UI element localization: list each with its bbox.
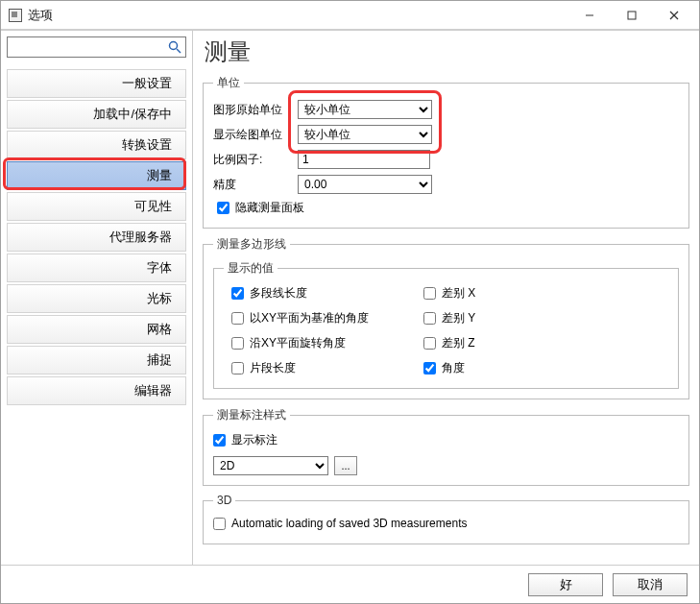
segment-len-row[interactable]: 片段长度 [231, 357, 423, 378]
three-d-group: 3D Automatic loading of saved 3D measure… [203, 494, 689, 544]
sidebar-nav: 一般设置加载中/保存中转换设置测量可见性代理服务器字体光标网格捕捉编辑器 [1, 60, 192, 565]
diff-z-checkbox[interactable] [423, 337, 436, 350]
search-icon[interactable] [167, 39, 182, 55]
display-units-select[interactable]: 较小单位 [298, 125, 432, 144]
search-input[interactable] [11, 38, 167, 56]
segment-len-label: 片段长度 [250, 360, 296, 376]
diff-y-checkbox[interactable] [423, 312, 436, 325]
options-window: 选项 一般设置加载中/保存中转换设置测量可见性代理服务器字体光标网格捕捉编辑器 [0, 0, 700, 604]
ok-button[interactable]: 好 [528, 573, 603, 596]
units-legend: 单位 [213, 75, 244, 91]
sidebar-item-3[interactable]: 测量 [7, 161, 186, 190]
sidebar-item-9[interactable]: 捕捉 [7, 346, 186, 374]
annotation-group: 测量标注样式 显示标注 2D ... [203, 407, 689, 486]
autoload-3d-row[interactable]: Automatic loading of saved 3D measuremen… [213, 513, 467, 534]
show-annotation-label: 显示标注 [231, 432, 278, 448]
annotation-more-button[interactable]: ... [334, 456, 357, 475]
hide-panel-checkbox[interactable] [217, 202, 229, 214]
show-annotation-checkbox[interactable] [213, 434, 226, 447]
scale-factor-label: 比例因子: [213, 152, 298, 168]
rot-xy-angle-label: 沿XY平面旋转角度 [250, 335, 346, 351]
titlebar: 选项 [1, 1, 699, 30]
sidebar-item-8[interactable]: 网格 [7, 315, 186, 344]
svg-point-4 [170, 42, 178, 50]
diff-y-row[interactable]: 差别 Y [423, 307, 558, 328]
sidebar: 一般设置加载中/保存中转换设置测量可见性代理服务器字体光标网格捕捉编辑器 [1, 31, 193, 565]
sidebar-item-5[interactable]: 代理服务器 [7, 223, 186, 252]
xy-angle-checkbox[interactable] [231, 312, 244, 325]
polyline-values-group: 显示的值 多段线长度 差别 X 以XY平面为基准的角度 差别 Y 沿XY平面旋转… [213, 260, 679, 389]
multiseg-len-checkbox[interactable] [231, 287, 244, 300]
polyline-values-legend: 显示的值 [224, 260, 278, 277]
precision-label: 精度 [213, 177, 298, 193]
precision-select[interactable]: 0.00 [298, 175, 432, 194]
svg-line-5 [177, 49, 181, 53]
hide-panel-checkbox-row[interactable]: 隐藏测量面板 [217, 197, 304, 218]
sidebar-item-2[interactable]: 转换设置 [7, 131, 186, 159]
annotation-legend: 测量标注样式 [213, 407, 290, 423]
angle-label: 角度 [442, 360, 465, 376]
main-panel: 测量 单位 图形原始单位 较小单位 显示绘图单位 较小单位 比例因子: 精度 [193, 31, 699, 565]
content: 一般设置加载中/保存中转换设置测量可见性代理服务器字体光标网格捕捉编辑器 测量 … [1, 30, 699, 565]
multiseg-len-label: 多段线长度 [250, 285, 307, 302]
three-d-legend: 3D [213, 494, 235, 507]
diff-z-label: 差别 Z [442, 335, 475, 351]
diff-y-label: 差别 Y [442, 310, 475, 326]
angle-checkbox[interactable] [423, 362, 436, 374]
display-units-label: 显示绘图单位 [213, 127, 298, 143]
diff-x-row[interactable]: 差别 X [423, 282, 558, 303]
autoload-3d-checkbox[interactable] [213, 518, 226, 530]
sidebar-item-1[interactable]: 加载中/保存中 [7, 100, 186, 129]
cancel-button[interactable]: 取消 [613, 573, 688, 596]
show-annotation-row[interactable]: 显示标注 [213, 429, 278, 450]
hide-panel-label: 隐藏测量面板 [235, 200, 304, 216]
diff-z-row[interactable]: 差别 Z [423, 332, 558, 353]
sidebar-item-10[interactable]: 编辑器 [7, 376, 186, 405]
minimize-button[interactable] [568, 2, 611, 29]
maximize-button[interactable] [611, 2, 653, 29]
rot-xy-angle-checkbox[interactable] [231, 337, 244, 350]
rot-xy-angle-row[interactable]: 沿XY平面旋转角度 [231, 332, 423, 353]
xy-angle-row[interactable]: 以XY平面为基准的角度 [231, 307, 423, 328]
close-button[interactable] [653, 2, 695, 29]
sidebar-item-4[interactable]: 可见性 [7, 192, 186, 221]
original-units-select[interactable]: 较小单位 [298, 100, 432, 119]
sidebar-item-0[interactable]: 一般设置 [7, 69, 186, 98]
sidebar-item-6[interactable]: 字体 [7, 254, 186, 282]
dialog-footer: 好 取消 [1, 565, 699, 603]
window-controls [568, 2, 695, 29]
autoload-3d-label: Automatic loading of saved 3D measuremen… [231, 517, 467, 530]
svg-rect-1 [628, 12, 636, 19]
page-title: 测量 [205, 36, 689, 67]
polyline-legend: 测量多边形线 [213, 236, 290, 253]
diff-x-checkbox[interactable] [423, 287, 436, 300]
sidebar-search[interactable] [7, 36, 186, 58]
segment-len-checkbox[interactable] [231, 362, 244, 374]
app-icon [9, 9, 22, 22]
xy-angle-label: 以XY平面为基准的角度 [250, 310, 369, 326]
scale-factor-input[interactable] [298, 150, 430, 169]
units-group: 单位 图形原始单位 较小单位 显示绘图单位 较小单位 比例因子: 精度 0.00 [203, 75, 689, 229]
annotation-mode-select[interactable]: 2D [213, 456, 328, 475]
window-title: 选项 [28, 7, 568, 24]
original-units-label: 图形原始单位 [213, 102, 298, 118]
multiseg-len-row[interactable]: 多段线长度 [231, 282, 423, 303]
polyline-group: 测量多边形线 显示的值 多段线长度 差别 X 以XY平面为基准的角度 差别 Y … [203, 236, 689, 399]
angle-row[interactable]: 角度 [423, 357, 558, 378]
diff-x-label: 差别 X [442, 285, 475, 302]
sidebar-item-7[interactable]: 光标 [7, 284, 186, 313]
